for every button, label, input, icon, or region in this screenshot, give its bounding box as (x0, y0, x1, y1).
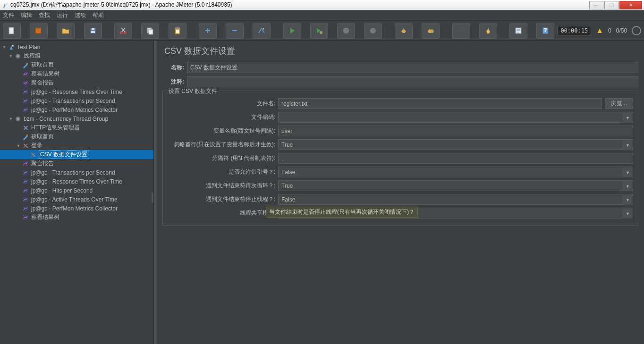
fieldset-legend: 设置 CSV 数据文件 (167, 87, 219, 95)
window-titlebar: cq0725.jmx (D:\软件\apache-jmeter-5.0\bin\… (0, 0, 644, 10)
stop-button[interactable] (337, 23, 355, 39)
open-button[interactable] (57, 23, 75, 39)
menubar: 文件 编辑 查找 运行 选项 帮助 (0, 10, 644, 21)
tree-node[interactable]: 聚合报告 (0, 159, 153, 168)
tree-node[interactable]: jp@gc - Transactions per Second (0, 96, 153, 105)
tree-node[interactable]: jp@gc - PerfMon Metrics Collector (0, 204, 153, 213)
comment-input[interactable] (187, 76, 638, 87)
delimiter-input[interactable] (278, 153, 633, 164)
expand-button[interactable] (199, 23, 217, 39)
tree-node[interactable]: jp@gc - Response Times Over Time (0, 177, 153, 186)
new-button[interactable] (3, 23, 21, 39)
svg-rect-27 (26, 63, 28, 64)
svg-rect-12 (176, 27, 179, 29)
tooltip: 当文件结束时是否停止线程(只有当再次循环关闭情况下)？ (266, 207, 418, 218)
svg-text:?: ? (544, 27, 547, 34)
window-title: cq0725.jmx (D:\软件\apache-jmeter-5.0\bin\… (10, 1, 589, 9)
svg-rect-13 (176, 30, 179, 33)
maximize-button[interactable]: ❐ (604, 1, 619, 9)
test-plan-tree[interactable]: ▼ Test Plan ▼ 线程组 获取首页 察看结果树 聚合报告 jp@gc … (0, 41, 154, 344)
svg-point-24 (12, 45, 14, 47)
quoted-label: 是否允许带引号？: (168, 168, 275, 176)
svg-rect-6 (92, 28, 94, 30)
tree-node[interactable]: jp@gc - Response Times Over Time (0, 87, 153, 96)
encoding-select[interactable]: ▼ (278, 112, 633, 123)
chevron-down-icon: ▼ (623, 195, 632, 205)
tree-node-csv-config[interactable]: CSV 数据文件设置 (0, 150, 153, 159)
paste-button[interactable] (169, 23, 186, 39)
tree-node-login[interactable]: ▼登录 (0, 141, 153, 150)
comment-label: 注释: (162, 78, 187, 86)
copy-button[interactable] (141, 23, 159, 39)
warning-icon[interactable]: ▲ (596, 26, 603, 35)
svg-rect-35 (26, 134, 28, 136)
ignore-first-select[interactable]: True▼ (278, 139, 633, 150)
tree-node-thread-group-1[interactable]: ▼ 线程组 (0, 51, 153, 60)
menu-search[interactable]: 查找 (39, 11, 50, 19)
clear-all-button[interactable] (422, 23, 440, 39)
chevron-down-icon: ▼ (623, 140, 632, 150)
svg-rect-5 (91, 31, 95, 33)
encoding-label: 文件编码: (168, 113, 275, 121)
menu-run[interactable]: 运行 (57, 11, 68, 19)
varnames-input[interactable] (278, 126, 633, 136)
delimiter-label: 分隔符 (用'\t'代替制表符): (168, 154, 275, 162)
name-input[interactable] (187, 62, 638, 73)
reset-search-button[interactable] (479, 23, 497, 39)
svg-rect-1 (9, 27, 14, 34)
chevron-down-icon: ▼ (623, 168, 632, 177)
toggle-button[interactable] (253, 23, 271, 39)
browse-button[interactable]: 浏览... (605, 98, 633, 109)
quoted-select[interactable]: False▼ (278, 167, 633, 177)
collapse-button[interactable] (226, 23, 244, 39)
tree-node[interactable]: 聚合报告 (0, 78, 153, 87)
chevron-down-icon: ▼ (623, 113, 632, 123)
recycle-select[interactable]: True▼ (278, 180, 633, 191)
menu-options[interactable]: 选项 (75, 11, 86, 19)
tree-node-thread-group-2[interactable]: ▼ bzm - Concurrency Thread Group (0, 114, 153, 123)
panel-title: CSV 数据文件设置 (162, 45, 638, 57)
warning-count: 0 (608, 27, 611, 34)
tree-node[interactable]: jp@gc - Transactions per Second (0, 168, 153, 177)
tree-node[interactable]: jp@gc - Hits per Second (0, 186, 153, 195)
svg-rect-10 (149, 29, 153, 34)
save-button[interactable] (84, 23, 102, 39)
tree-node[interactable]: 察看结果树 (0, 213, 153, 222)
filename-input[interactable] (278, 98, 602, 109)
close-button[interactable]: ✕ (619, 1, 642, 9)
tree-node[interactable]: jp@gc - PerfMon Metrics Collector (0, 105, 153, 114)
minimize-button[interactable]: — (589, 1, 603, 9)
globe-icon[interactable] (632, 26, 641, 35)
shutdown-button[interactable] (364, 23, 382, 39)
tree-splitter-handle[interactable] (152, 193, 153, 203)
app-icon (2, 2, 8, 8)
stop-select[interactable]: False▼ (278, 194, 633, 205)
svg-point-34 (17, 118, 19, 120)
chevron-down-icon: ▼ (623, 209, 632, 218)
tree-node[interactable]: 获取首页 (0, 60, 153, 69)
start-button[interactable] (283, 23, 301, 39)
stop-label: 遇到文件结束符停止线程？: (168, 195, 275, 203)
help-button[interactable]: ? (536, 23, 554, 39)
tree-node[interactable]: 察看结果树 (0, 69, 153, 78)
menu-edit[interactable]: 编辑 (21, 11, 32, 19)
share-label: 线程共享模式: (168, 209, 275, 217)
templates-button[interactable] (30, 23, 48, 39)
tree-node[interactable]: 获取首页 (0, 132, 153, 141)
varnames-label: 变量名称(西文逗号间隔): (168, 127, 275, 135)
tree-node[interactable]: jp@gc - Active Threads Over Time (0, 195, 153, 204)
recycle-label: 遇到文件结束符再次循环？: (168, 182, 275, 190)
ignore-first-label: 忽略首行(只在设置了变量名称后才生效): (168, 141, 275, 149)
start-no-pause-button[interactable] (310, 23, 328, 39)
cut-button[interactable] (114, 23, 132, 39)
svg-point-8 (124, 32, 126, 34)
tree-node-test-plan[interactable]: ▼ Test Plan (0, 42, 153, 51)
menu-file[interactable]: 文件 (3, 11, 14, 19)
tree-node[interactable]: HTTP信息头管理器 (0, 123, 153, 132)
clear-button[interactable] (395, 23, 413, 39)
function-helper-button[interactable] (509, 23, 527, 39)
svg-rect-20 (488, 28, 489, 29)
svg-point-14 (263, 28, 264, 29)
menu-help[interactable]: 帮助 (93, 11, 104, 19)
search-tree-button[interactable] (452, 23, 470, 39)
